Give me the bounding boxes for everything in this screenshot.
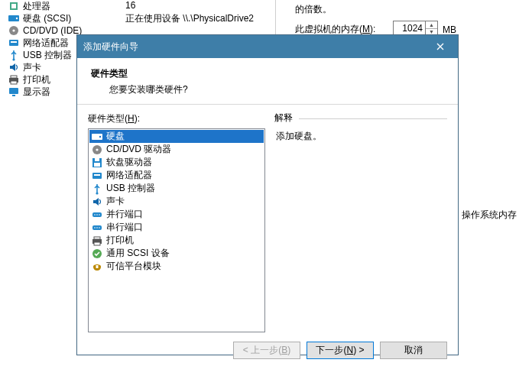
prn-icon: [8, 73, 20, 86]
list-item-label: CD/DVD 驱动器: [106, 143, 171, 156]
cd-icon: [91, 144, 103, 156]
back-button: < 上一步(B): [233, 342, 300, 359]
svg-point-31: [99, 227, 100, 228]
device-label: 打印机: [23, 73, 50, 86]
svg-point-3: [16, 18, 18, 19]
svg-rect-22: [94, 174, 100, 176]
list-item[interactable]: 声卡: [89, 195, 264, 208]
device-label: 网络适配器: [23, 37, 69, 50]
disk-value: 正在使用设备 \\.\PhysicalDrive2: [125, 12, 254, 25]
list-item-label: 可信平台模块: [106, 260, 161, 273]
processor-value: 16: [125, 0, 135, 11]
svg-rect-34: [94, 242, 100, 245]
ser-icon: [91, 222, 103, 234]
svg-point-30: [96, 227, 98, 228]
dialog-footer: < 上一步(B) 下一步(N) > 取消: [77, 332, 458, 368]
device-row[interactable]: 处理器: [6, 0, 274, 12]
explanation-label: 解释: [274, 112, 297, 125]
svg-point-29: [94, 227, 96, 228]
usb-icon: [91, 183, 103, 195]
list-item[interactable]: 硬盘: [89, 130, 264, 143]
close-icon: [436, 43, 444, 50]
cancel-button[interactable]: 取消: [380, 342, 447, 359]
svg-rect-1: [11, 4, 16, 8]
list-item[interactable]: CD/DVD 驱动器: [89, 143, 264, 156]
memory-spinner[interactable]: ▲ ▼: [426, 21, 438, 36]
list-item-label: 声卡: [106, 195, 125, 208]
hardware-type-listbox[interactable]: 硬盘CD/DVD 驱动器软盘驱动器网络适配器USB 控制器声卡并行端口串行端口打…: [88, 128, 265, 332]
hardware-type-label: 硬件类型(H):: [88, 112, 265, 125]
svg-rect-10: [11, 76, 17, 78]
list-item-label: 软盘驱动器: [106, 156, 152, 169]
svg-point-5: [12, 29, 15, 31]
snd-icon: [8, 61, 20, 73]
device-label: CD/DVD (IDE): [23, 25, 82, 36]
device-label: 硬盘 (SCSI): [23, 12, 71, 25]
svg-rect-33: [94, 237, 100, 239]
close-button[interactable]: [429, 35, 452, 58]
cd-icon: [8, 24, 20, 37]
scsi-icon: [91, 248, 103, 260]
snippet-top: 的倍数。: [295, 3, 332, 16]
add-hardware-wizard-dialog: 添加硬件向导 硬件类型 您要安装哪类硬件? 硬件类型(H): 硬盘CD/DVD …: [76, 34, 459, 355]
usb-icon: [8, 49, 20, 61]
list-item[interactable]: USB 控制器: [89, 182, 264, 195]
device-label: USB 控制器: [23, 49, 72, 62]
list-item[interactable]: 通用 SCSI 设备: [89, 247, 264, 260]
tpm-icon: [91, 261, 103, 273]
svg-point-25: [94, 214, 96, 215]
hdd-icon: [91, 131, 103, 143]
list-item-label: 网络适配器: [106, 169, 152, 182]
net-icon: [91, 170, 103, 182]
svg-point-23: [96, 192, 98, 194]
list-item[interactable]: 网络适配器: [89, 169, 264, 182]
par-icon: [91, 209, 103, 221]
header-title: 硬件类型: [91, 67, 444, 80]
list-item-label: 硬盘: [106, 130, 125, 143]
svg-rect-12: [9, 88, 18, 94]
net-icon: [8, 37, 20, 49]
spinner-up-icon[interactable]: ▲: [426, 21, 437, 29]
svg-rect-19: [95, 158, 99, 161]
device-label: 显示器: [23, 86, 50, 99]
list-item-label: 通用 SCSI 设备: [106, 247, 170, 260]
svg-point-15: [99, 135, 101, 137]
svg-rect-7: [11, 41, 17, 43]
svg-rect-20: [94, 163, 100, 167]
list-item[interactable]: 软盘驱动器: [89, 156, 264, 169]
next-button[interactable]: 下一步(N) >: [307, 342, 374, 359]
header-subtitle: 您要安装哪类硬件?: [91, 83, 444, 96]
svg-rect-36: [96, 265, 99, 268]
device-label: 声卡: [23, 61, 41, 74]
snippet-side: 操作系统内存: [462, 209, 517, 222]
snd-icon: [91, 196, 103, 208]
list-item[interactable]: 串行端口: [89, 221, 264, 234]
cpu-icon: [8, 0, 20, 12]
device-label: 处理器: [23, 0, 50, 13]
list-item[interactable]: 并行端口: [89, 208, 264, 221]
dialog-title: 添加硬件向导: [83, 40, 138, 53]
svg-point-17: [96, 148, 98, 151]
floppy-icon: [91, 157, 103, 169]
dialog-titlebar: 添加硬件向导: [77, 35, 458, 58]
mon-icon: [8, 86, 20, 98]
memory-unit: MB: [443, 24, 456, 35]
list-item[interactable]: 打印机: [89, 234, 264, 247]
dialog-header: 硬件类型 您要安装哪类硬件?: [77, 58, 458, 105]
list-item-label: 并行端口: [106, 208, 143, 221]
explanation-text: 添加硬盘。: [274, 130, 447, 143]
hdd-icon: [8, 12, 20, 24]
svg-rect-13: [12, 95, 15, 96]
memory-input[interactable]: 1024: [393, 21, 426, 36]
list-item-label: USB 控制器: [106, 182, 155, 195]
prn-icon: [91, 235, 103, 247]
list-item-label: 打印机: [106, 234, 134, 247]
list-item[interactable]: 可信平台模块: [89, 260, 264, 273]
svg-point-26: [96, 214, 98, 215]
svg-point-27: [99, 214, 100, 215]
list-item-label: 串行端口: [106, 221, 143, 234]
svg-rect-11: [11, 81, 17, 84]
